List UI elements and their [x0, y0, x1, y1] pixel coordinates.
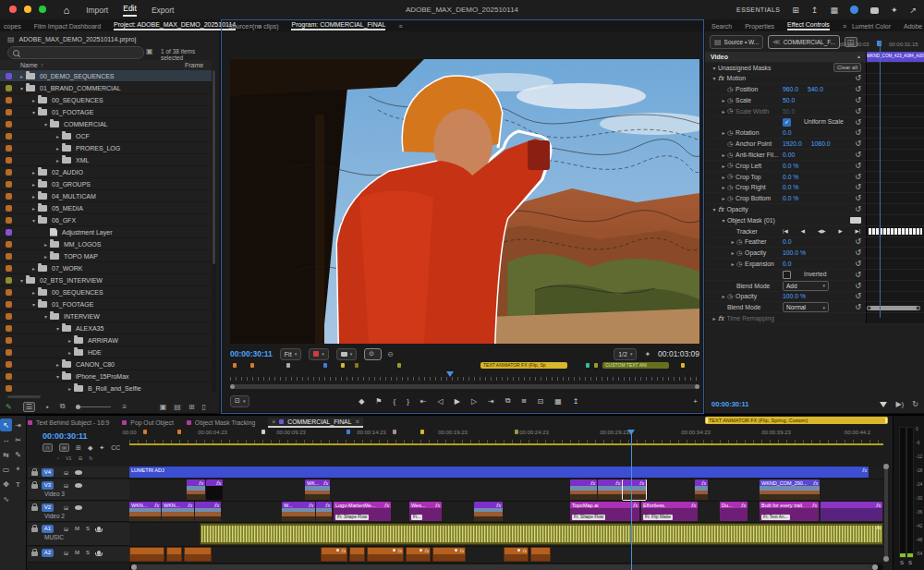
filter-bin-icon[interactable]: ▣	[146, 47, 153, 55]
ec-clip-bar[interactable]: WKND_COM_423_A084_A007_0	[867, 52, 924, 62]
label-color-swatch[interactable]	[6, 337, 12, 344]
tree-item[interactable]: ▾ALEXA35	[0, 322, 212, 334]
label-color-swatch[interactable]	[6, 349, 12, 356]
add-button[interactable]: +	[693, 397, 698, 406]
loop-icon[interactable]: ↻	[912, 400, 918, 408]
effect-row[interactable]: ▸◷Crop Left0.0 %↺	[705, 161, 924, 172]
label-color-swatch[interactable]	[6, 241, 12, 248]
effect-row[interactable]: ▸◷Opacity100.0 %↺	[705, 292, 924, 303]
audio-clip[interactable]: fx	[504, 547, 529, 562]
timeline-playhead-line[interactable]	[631, 430, 632, 570]
disclosure-arrow-icon[interactable]: ▾	[720, 217, 727, 224]
reset-parameter-icon[interactable]: ↺	[855, 205, 861, 213]
panel-menu-icon[interactable]: ≡	[843, 23, 846, 30]
track-visibility-eye-icon[interactable]	[75, 505, 82, 510]
source-patch-icon[interactable]: ⊟	[64, 469, 68, 476]
disclosure-arrow-icon[interactable]: ▾	[54, 325, 62, 332]
timeline-marker-span[interactable]: TEXT ANIMATOR FX (Flip, Spring, Custom)	[705, 417, 888, 424]
monitor-mini-ruler[interactable]	[230, 371, 699, 381]
label-color-swatch[interactable]	[6, 205, 12, 212]
source-clip-button[interactable]: ▤ Source • W...	[710, 35, 763, 49]
tree-item[interactable]: ▸OCF	[0, 130, 212, 142]
timeline-tab-2[interactable]: Object Mask Tracking	[187, 419, 255, 426]
timeline-clip[interactable]: Du...fx	[720, 502, 748, 521]
tree-item[interactable]: ▸02_AUDIO	[0, 166, 212, 178]
comparison-view-icon[interactable]: ▦	[554, 397, 562, 406]
label-color-swatch[interactable]	[6, 133, 12, 139]
track-header-v2[interactable]: V2⊟Video 2	[28, 502, 129, 522]
property-value[interactable]: 0.0 %	[783, 163, 798, 169]
disclosure-arrow-icon[interactable]: ▸	[66, 349, 74, 356]
stopwatch-icon[interactable]: ◷	[727, 162, 733, 169]
effect-row[interactable]: ▸◷Crop Top0.0 %↺	[705, 172, 924, 183]
column-name[interactable]: Name	[20, 62, 38, 68]
track-lane-v3[interactable]: fxfxWK...fxfxfxfxfxWKND_COM_290...fx	[129, 479, 883, 502]
tree-item[interactable]: ▾iPhone_15ProMax	[0, 370, 212, 382]
panel-menu-icon[interactable]: ≡	[355, 418, 359, 425]
timeline-playhead-head[interactable]	[627, 430, 635, 435]
tree-item[interactable]: ▾COMMERCIAL	[0, 118, 212, 130]
tree-item[interactable]: ▾01_BRAND_COMMERCIAL	[0, 82, 212, 94]
audio-clip[interactable]: fx	[321, 547, 347, 562]
disclosure-arrow-icon[interactable]: ▸	[42, 253, 50, 260]
type-tool[interactable]: T	[12, 478, 24, 491]
disclosure-arrow-icon[interactable]: ▾	[711, 75, 718, 81]
disclosure-arrow-icon[interactable]: ▸	[729, 261, 736, 267]
timeline-clip[interactable]: fx	[623, 479, 646, 500]
disclosure-arrow-icon[interactable]: ▾	[42, 121, 50, 127]
add-clip-marker-dropdown[interactable]: ⊡	[230, 395, 249, 407]
lock-icon[interactable]	[31, 506, 38, 511]
stopwatch-icon[interactable]: ◷	[736, 238, 742, 246]
effect-row[interactable]: ▸◷Anti-flicker Fil...0.00↺	[705, 150, 924, 161]
label-color-swatch[interactable]	[6, 313, 12, 320]
tracker-button[interactable]: ▶	[838, 228, 842, 234]
program-video-frame[interactable]	[230, 59, 699, 344]
stopwatch-icon[interactable]: ◷	[727, 184, 733, 191]
audio-clip[interactable]: fx	[406, 547, 431, 562]
keyframe-lane[interactable]	[866, 259, 924, 269]
property-value[interactable]: 0.0	[783, 129, 791, 136]
timeline-timecode[interactable]: 00:00:30:11	[43, 431, 88, 441]
source-patch-icon[interactable]: ⊟	[64, 504, 68, 511]
zoom-tool[interactable]: ⌖	[12, 463, 24, 476]
sequence-clip-button[interactable]: ≪ COMMERCIAL_F...	[768, 35, 840, 49]
label-color-swatch[interactable]	[6, 121, 12, 127]
monitor-scrollbar[interactable]	[230, 384, 699, 389]
disclosure-arrow-icon[interactable]: ▾	[30, 217, 38, 224]
sequence-marker[interactable]	[681, 363, 685, 368]
timeline-clip[interactable]: W...fx	[282, 502, 315, 521]
reset-parameter-icon[interactable]: ↺	[855, 194, 861, 202]
disclosure-arrow-icon[interactable]: ▸	[720, 152, 727, 158]
sequence-marker[interactable]	[586, 363, 590, 368]
clear-all-button[interactable]: Clear all	[833, 63, 861, 72]
audio-clip[interactable]	[530, 547, 551, 562]
timeline-marker[interactable]	[143, 430, 147, 434]
keyframe-lane[interactable]	[866, 248, 924, 258]
filter-properties-icon[interactable]	[880, 402, 887, 407]
named-marker-chip[interactable]: CUSTOM TEXT ANI	[602, 362, 669, 369]
label-color-swatch[interactable]	[6, 277, 12, 284]
tree-item[interactable]: Adjustment Layer	[0, 226, 212, 238]
source-patch-icon[interactable]: ⊟	[64, 550, 68, 556]
disclosure-arrow-icon[interactable]: ▾	[18, 277, 26, 284]
tree-item[interactable]: ▾06_GFX	[0, 214, 212, 226]
timeline-marker[interactable]	[346, 430, 350, 434]
effect-row[interactable]: ▸fxTime Remapping	[705, 313, 924, 324]
project-horizontal-scrollbar[interactable]	[7, 395, 41, 398]
sequence-marker[interactable]	[233, 363, 237, 368]
disclosure-arrow-icon[interactable]: ▸	[54, 157, 62, 164]
timeline-clip[interactable]: WKN...fx	[162, 502, 194, 521]
timeline-clip[interactable]: fx	[821, 502, 882, 521]
panel-tab-film-impact-dashboard[interactable]: Film Impact Dashboard	[34, 23, 101, 30]
captions-icon[interactable]: CC	[111, 444, 120, 451]
reset-parameter-icon[interactable]: ↺	[855, 74, 861, 82]
keyframe-lane[interactable]	[866, 139, 924, 149]
reset-parameter-icon[interactable]: ↺	[855, 151, 861, 159]
keyframe-lane[interactable]: WKND_COM_423_A084_A007_0	[866, 52, 924, 62]
timeline-clip[interactable]: fx	[187, 479, 205, 500]
marker-icon[interactable]: ⚑	[375, 397, 382, 406]
label-color-swatch[interactable]	[6, 253, 12, 260]
tree-item[interactable]: ▾01_FOOTAGE	[0, 298, 212, 310]
timeline-marker[interactable]	[177, 430, 181, 434]
effect-row[interactable]: ▾Unassigned MasksClear all	[705, 63, 924, 74]
